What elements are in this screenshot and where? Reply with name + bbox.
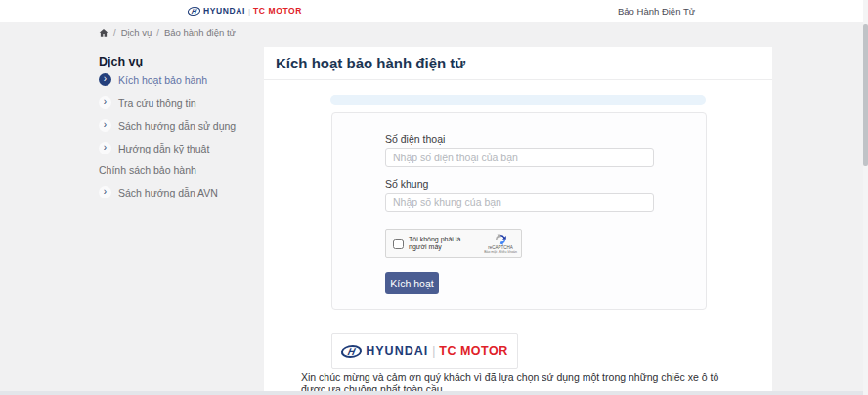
brand-divider: |: [432, 344, 435, 358]
sidebar-item-label: Sách hướng dẫn AVN: [118, 187, 218, 198]
sidebar-item-sach-huong-dan-avn[interactable]: › Sách hướng dẫn AVN: [99, 186, 218, 198]
header-brand-logo[interactable]: H HYUNDAI | TC MOTOR: [188, 3, 302, 19]
sidebar-item-label: Hướng dẫn kỹ thuật: [118, 143, 209, 154]
sidebar-item-label: Kích hoạt bảo hành: [118, 74, 207, 86]
breadcrumb-item-bao-hanh[interactable]: Bảo hành điện tử: [164, 27, 236, 38]
top-header: H HYUNDAI | TC MOTOR Bảo Hành Điện Tử: [0, 0, 868, 22]
page-title: Kích hoạt bảo hành điện tử: [276, 55, 465, 71]
recaptcha-icon: [495, 234, 506, 245]
sidebar-item-sach-huong-dan-su-dung[interactable]: › Sách hướng dẫn sử dụng: [99, 119, 236, 132]
hyundai-oval-h-icon: H: [187, 7, 201, 16]
brand-tcmotor-text: TC MOTOR: [253, 6, 302, 16]
progress-strip: [330, 95, 706, 105]
title-divider: [264, 79, 772, 80]
home-icon[interactable]: [99, 28, 108, 38]
footer-brand-logo-box: H HYUNDAI | TC MOTOR: [331, 333, 518, 369]
chevron-right-icon: ›: [99, 186, 111, 198]
chevron-right-icon: ›: [99, 73, 111, 86]
phone-label: Số điện thoại: [385, 133, 445, 145]
main-content-card: Kích hoạt bảo hành điện tử Số điện thoại…: [264, 47, 772, 395]
chevron-right-icon: ›: [99, 119, 111, 132]
chevron-right-icon: ›: [99, 96, 111, 109]
sidebar-item-tra-cuu-thong-tin[interactable]: › Tra cứu thông tin: [99, 96, 196, 109]
recaptcha-legal-links[interactable]: Bảo mật - Điều khoản: [484, 250, 517, 254]
hyundai-oval-h-icon: H: [340, 345, 364, 358]
vin-input[interactable]: [385, 193, 654, 212]
chevron-right-icon: ›: [99, 142, 111, 154]
page: H HYUNDAI | TC MOTOR Bảo Hành Điện Tử / …: [0, 0, 868, 395]
sidebar-item-label: Sách hướng dẫn sử dụng: [118, 120, 236, 132]
breadcrumb-separator: /: [156, 27, 159, 38]
breadcrumb-separator: /: [113, 27, 116, 38]
next-section-edge: [0, 391, 868, 395]
scrollbar-track[interactable]: [863, 0, 868, 395]
brand-hyundai-text: HYUNDAI: [366, 344, 428, 358]
recaptcha-label: Tôi không phải là người máy: [409, 236, 465, 251]
brand-divider: |: [248, 7, 250, 16]
activate-button[interactable]: Kích hoạt: [385, 272, 439, 294]
vin-label: Số khung: [385, 178, 428, 190]
sidebar-title: Dịch vụ: [99, 55, 143, 68]
scrollbar-thumb[interactable]: [863, 24, 868, 166]
nav-item-warranty[interactable]: Bảo Hành Điện Tử: [618, 6, 695, 17]
breadcrumb-item-dich-vu[interactable]: Dịch vụ: [121, 27, 152, 38]
sidebar-item-huong-dan-ky-thuat[interactable]: › Hướng dẫn kỹ thuật: [99, 142, 209, 154]
recaptcha-brand: reCAPTCHA Bảo mật - Điều khoản: [484, 234, 517, 254]
sidebar-item-kich-hoat-bao-hanh[interactable]: › Kích hoạt bảo hành: [99, 73, 207, 86]
recaptcha-widget: Tôi không phải là người máy reCAPTCHA Bả…: [385, 229, 522, 258]
sidebar-section-chinh-sach-bao-hanh: Chính sách bảo hành: [99, 164, 196, 176]
breadcrumb: / Dịch vụ / Bảo hành điện tử: [99, 27, 236, 38]
phone-input[interactable]: [385, 148, 654, 167]
recaptcha-checkbox[interactable]: [393, 239, 404, 249]
sidebar-item-label: Tra cứu thông tin: [118, 97, 196, 109]
brand-tcmotor-text: TC MOTOR: [439, 344, 507, 358]
brand-hyundai-text: HYUNDAI: [203, 6, 245, 16]
activation-form: Số điện thoại Số khung Tôi không phải là…: [331, 112, 707, 310]
